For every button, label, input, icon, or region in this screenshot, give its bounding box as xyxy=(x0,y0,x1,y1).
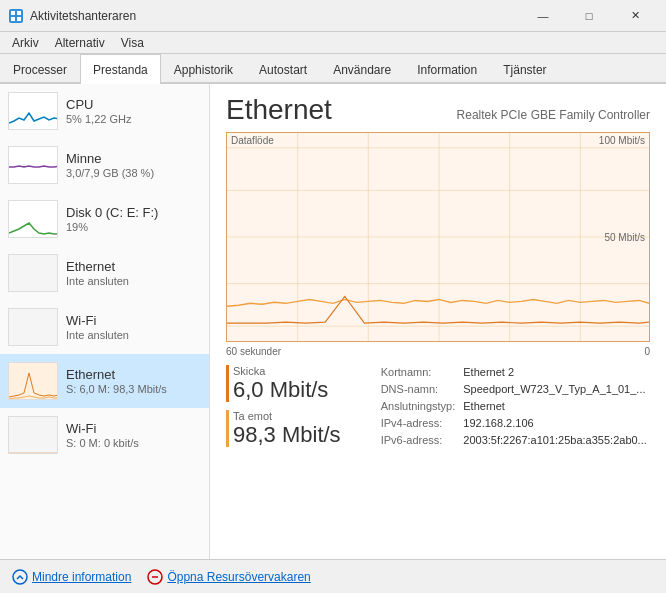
tab-anvandare[interactable]: Användare xyxy=(320,54,404,84)
memory-info: Minne 3,0/7,9 GB (38 %) xyxy=(66,151,201,179)
tab-apphistorik[interactable]: Apphistorik xyxy=(161,54,246,84)
menubar: Arkiv Alternativ Visa xyxy=(0,32,666,54)
stats-section: Skicka 6,0 Mbit/s Ta emot 98,3 Mbit/s Ko… xyxy=(226,365,650,447)
ethernet-off-label: Ethernet xyxy=(66,259,201,274)
left-panel: CPU 5% 1,22 GHz Minne 3,0/7,9 GB (38 %) xyxy=(0,84,210,559)
wifi-label: Wi-Fi xyxy=(66,421,201,436)
receive-value: 98,3 Mbit/s xyxy=(233,422,341,447)
ethernet-active-mini-graph xyxy=(8,362,58,400)
dns-value: Speedport_W723_V_Typ_A_1_01_... xyxy=(463,382,650,397)
open-monitor-link[interactable]: Öppna Resursövervakaren xyxy=(147,569,310,585)
receive-label: Ta emot xyxy=(233,410,361,422)
cpu-mini-graph xyxy=(8,92,58,130)
disk-label: Disk 0 (C: E: F:) xyxy=(66,205,201,220)
cpu-label: CPU xyxy=(66,97,201,112)
sidebar-item-ethernet-active[interactable]: Ethernet S: 6,0 M: 98,3 Mbit/s xyxy=(0,354,209,408)
menu-visa[interactable]: Visa xyxy=(113,32,152,54)
chart-max-label: 100 Mbit/s xyxy=(599,135,645,146)
ethernet-main-subtitle: Realtek PCIe GBE Family Controller xyxy=(457,108,650,122)
open-monitor-label: Öppna Resursövervakaren xyxy=(167,570,310,584)
ethernet-off-info: Ethernet Inte ansluten xyxy=(66,259,201,287)
receive-section: Ta emot 98,3 Mbit/s xyxy=(226,410,361,447)
sidebar-item-wifi[interactable]: Wi-Fi S: 0 M: 0 kbit/s xyxy=(0,408,209,462)
less-info-label: Mindre information xyxy=(32,570,131,584)
sidebar-item-disk[interactable]: Disk 0 (C: E: F:) 19% xyxy=(0,192,209,246)
chart-time-right: 0 xyxy=(644,346,650,357)
connection-value: Ethernet xyxy=(463,399,650,414)
connection-label: Anslutningstyp: xyxy=(381,399,456,414)
ethernet-chart: Dataflöde 100 Mbit/s 50 Mbit/s xyxy=(226,132,650,342)
tab-processer[interactable]: Processer xyxy=(0,54,80,84)
ipv4-label: IPv4-adress: xyxy=(381,416,456,431)
open-monitor-icon xyxy=(147,569,163,585)
send-label: Skicka xyxy=(233,365,361,377)
send-value-container: 6,0 Mbit/s xyxy=(233,378,361,402)
cpu-detail: 5% 1,22 GHz xyxy=(66,113,201,125)
less-info-link[interactable]: Mindre information xyxy=(12,569,131,585)
short-name-label: Kortnamn: xyxy=(381,365,456,380)
ethernet-off-mini-graph xyxy=(8,254,58,292)
sidebar-item-ethernet-off[interactable]: Ethernet Inte ansluten xyxy=(0,246,209,300)
disk-info: Disk 0 (C: E: F:) 19% xyxy=(66,205,201,233)
chart-flow-label: Dataflöde xyxy=(231,135,274,146)
ipv6-value: 2003:5f:2267:a101:25ba:a355:2ab0... xyxy=(463,433,650,448)
receive-value-container: 98,3 Mbit/s xyxy=(233,423,361,447)
memory-detail: 3,0/7,9 GB (38 %) xyxy=(66,167,201,179)
ethernet-header: Ethernet Realtek PCIe GBE Family Control… xyxy=(226,94,650,126)
sidebar-item-memory[interactable]: Minne 3,0/7,9 GB (38 %) xyxy=(0,138,209,192)
tab-tjanster[interactable]: Tjänster xyxy=(490,54,559,84)
titlebar: Aktivitetshanteraren — □ ✕ xyxy=(0,0,666,32)
svg-rect-2 xyxy=(17,11,21,15)
ethernet-active-label: Ethernet xyxy=(66,367,201,382)
send-value: 6,0 Mbit/s xyxy=(233,377,328,402)
sidebar-item-cpu[interactable]: CPU 5% 1,22 GHz xyxy=(0,84,209,138)
disk-detail: 19% xyxy=(66,221,201,233)
maximize-button[interactable]: □ xyxy=(566,0,612,32)
ethernet-main-title: Ethernet xyxy=(226,94,332,126)
memory-label: Minne xyxy=(66,151,201,166)
memory-mini-graph xyxy=(8,146,58,184)
chart-svg xyxy=(227,133,649,341)
ipv6-label: IPv6-adress: xyxy=(381,433,456,448)
ethernet-active-info: Ethernet S: 6,0 M: 98,3 Mbit/s xyxy=(66,367,201,395)
titlebar-controls: — □ ✕ xyxy=(520,0,658,32)
tab-autostart[interactable]: Autostart xyxy=(246,54,320,84)
svg-rect-4 xyxy=(17,17,21,21)
main-content: CPU 5% 1,22 GHz Minne 3,0/7,9 GB (38 %) xyxy=(0,84,666,559)
wifi-off-info: Wi-Fi Inte ansluten xyxy=(66,313,201,341)
ethernet-off-detail: Inte ansluten xyxy=(66,275,201,287)
tab-information[interactable]: Information xyxy=(404,54,490,84)
wifi-mini-graph xyxy=(8,416,58,454)
wifi-detail: S: 0 M: 0 kbit/s xyxy=(66,437,201,449)
dns-label: DNS-namn: xyxy=(381,382,456,397)
svg-rect-1 xyxy=(11,11,15,15)
chart-time-left: 60 sekunder xyxy=(226,346,281,357)
menu-alternativ[interactable]: Alternativ xyxy=(47,32,113,54)
tab-prestanda[interactable]: Prestanda xyxy=(80,54,161,84)
right-panel: Ethernet Realtek PCIe GBE Family Control… xyxy=(210,84,666,559)
minimize-button[interactable]: — xyxy=(520,0,566,32)
bottom-bar: Mindre information Öppna Resursövervakar… xyxy=(0,559,666,593)
tabs-bar: Processer Prestanda Apphistorik Autostar… xyxy=(0,54,666,84)
chart-time-labels: 60 sekunder 0 xyxy=(226,346,650,357)
short-name-value: Ethernet 2 xyxy=(463,365,650,380)
app-icon xyxy=(8,8,24,24)
info-table: Kortnamn: Ethernet 2 DNS-namn: Speedport… xyxy=(381,365,650,447)
less-info-icon xyxy=(12,569,28,585)
svg-rect-3 xyxy=(11,17,15,21)
menu-arkiv[interactable]: Arkiv xyxy=(4,32,47,54)
send-section: Skicka 6,0 Mbit/s xyxy=(226,365,361,402)
chart-mid-label: 50 Mbit/s xyxy=(604,232,645,243)
wifi-off-detail: Inte ansluten xyxy=(66,329,201,341)
wifi-off-mini-graph xyxy=(8,308,58,346)
app-title: Aktivitetshanteraren xyxy=(30,9,520,23)
sidebar-item-wifi-off[interactable]: Wi-Fi Inte ansluten xyxy=(0,300,209,354)
ethernet-active-detail: S: 6,0 M: 98,3 Mbit/s xyxy=(66,383,201,395)
ipv4-value: 192.168.2.106 xyxy=(463,416,650,431)
stats-values: Skicka 6,0 Mbit/s Ta emot 98,3 Mbit/s xyxy=(226,365,361,447)
disk-mini-graph xyxy=(8,200,58,238)
wifi-info: Wi-Fi S: 0 M: 0 kbit/s xyxy=(66,421,201,449)
cpu-info: CPU 5% 1,22 GHz xyxy=(66,97,201,125)
wifi-off-label: Wi-Fi xyxy=(66,313,201,328)
close-button[interactable]: ✕ xyxy=(612,0,658,32)
